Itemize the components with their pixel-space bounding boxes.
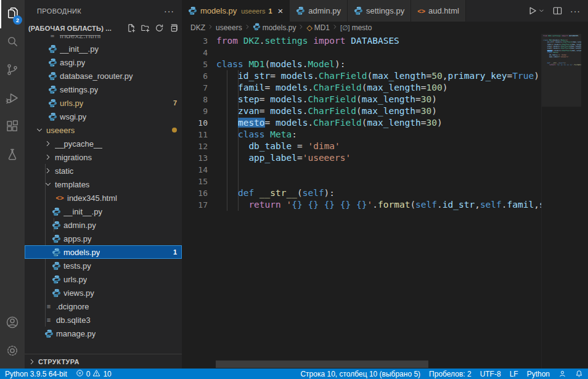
tree-item-manage.py[interactable]: manage.py	[25, 327, 182, 340]
explorer-sidebar: ПРОВОДНИК ··· (РАБОЧАЯ ОБЛАСТЬ) ... ≡ind…	[25, 0, 182, 369]
new-folder-icon[interactable]	[141, 23, 150, 34]
tree-item-wsgi.py[interactable]: wsgi.py	[25, 110, 182, 123]
tree-item-database_roouter.py[interactable]: database_roouter.py	[25, 69, 182, 83]
tab-admin.py[interactable]: admin.py	[290, 0, 348, 22]
tab-settings.py[interactable]: settings.py	[348, 0, 411, 22]
symbol-field-icon: [∅]	[340, 24, 350, 32]
activity-run-debug-button[interactable]	[0, 85, 25, 113]
code-line-content: from DKZ.settings import DATABASES	[216, 35, 399, 47]
problems-badge: 7	[173, 99, 177, 107]
tab-aud.html[interactable]: <>aud.html	[411, 0, 466, 22]
breadcrumb-label: useeers	[216, 23, 242, 32]
collapse-all-icon[interactable]	[169, 23, 178, 34]
indentation-status[interactable]: Пробелов: 2	[429, 370, 472, 378]
vertical-scrollbar[interactable]	[581, 34, 588, 369]
cursor-position-status[interactable]: Строка 10, столбец 10 (выбрано 5)	[300, 370, 420, 378]
python-file-icon	[253, 23, 261, 33]
eol-status[interactable]: LF	[510, 370, 518, 378]
tree-item-index2.html[interactable]: ≡index2.html	[25, 35, 182, 42]
minimap-slider[interactable]	[542, 34, 581, 107]
code-line-content: id_str= models.CharField(max_length=50,p…	[216, 70, 539, 82]
chevron-right-icon	[207, 23, 214, 32]
tree-item-__pycache__[interactable]: __pycache__	[25, 137, 182, 150]
outline-section-header[interactable]: СТРУКТУРА	[25, 354, 182, 369]
refresh-icon[interactable]	[155, 23, 164, 34]
close-icon[interactable]: ×	[278, 6, 284, 15]
feedback-icon[interactable]	[558, 370, 566, 378]
activity-source-control-button[interactable]	[0, 57, 25, 85]
tab-label: aud.html	[428, 6, 459, 15]
tree-item-urls.py[interactable]: urls.py	[25, 272, 182, 286]
code-line-15: 15	[182, 176, 541, 187]
new-file-icon[interactable]	[126, 23, 136, 34]
breadcrumb-item-useeers[interactable]: useeers	[216, 23, 242, 32]
breadcrumb-item-MD1[interactable]: ◇MD1	[306, 23, 330, 32]
tree-item-label: tests.py	[63, 261, 91, 271]
workspace-section-header[interactable]: (РАБОЧАЯ ОБЛАСТЬ) ...	[25, 22, 182, 35]
tree-item-apps.py[interactable]: apps.py	[25, 232, 182, 245]
line-number: 4	[182, 47, 208, 59]
tree-item-__init__.py[interactable]: __init__.py	[25, 42, 182, 55]
tab-description: useeers	[241, 7, 265, 15]
tree-item-useeers[interactable]: useeers	[25, 123, 182, 137]
tree-item-tests.py[interactable]: tests.py	[25, 259, 182, 272]
problems-status[interactable]: 0 10	[76, 369, 112, 379]
tree-item-templates[interactable]: templates	[25, 177, 182, 191]
code-editor[interactable]: 3from DKZ.settings import DATABASES45cla…	[182, 34, 588, 369]
minimap[interactable]: from DKZ.settings import DATABASESclass …	[541, 34, 581, 369]
main-area: 2 ПРОВОДНИК ··· (РАБОЧАЯ ОБЛАСТЬ) ... ≡i…	[0, 0, 588, 369]
outline-section-label: СТРУКТУРА	[38, 358, 80, 365]
tree-item-label: migrations	[55, 153, 92, 162]
sidebar-more-icon[interactable]: ···	[164, 6, 174, 16]
editor-more-actions-icon[interactable]: ···	[570, 6, 581, 16]
activity-files-button[interactable]: 2	[0, 0, 25, 28]
line-number: 8	[182, 94, 208, 105]
code-line-12: 12 db_table = 'dima'	[182, 141, 541, 152]
tree-item-settings.py[interactable]: settings.py	[25, 83, 182, 96]
line-number: 12	[182, 141, 208, 152]
bell-icon[interactable]	[575, 370, 583, 378]
interpreter-status[interactable]: Python 3.9.5 64-bit	[5, 370, 67, 378]
activity-extensions-button[interactable]	[0, 113, 25, 142]
breadcrumb-item-mesto[interactable]: [∅]mesto	[340, 23, 372, 32]
tree-item-index345.html[interactable]: <>index345.html	[25, 191, 182, 205]
tree-item-__init__.py[interactable]: __init__.py	[25, 205, 182, 218]
breadcrumb-label: DKZ	[190, 23, 205, 32]
tree-item-asgi.py[interactable]: asgi.py	[25, 55, 182, 69]
code-line-17: 17 return '{} {} {} {} {}'.format(self.i…	[182, 199, 541, 211]
breadcrumb-item-models.py[interactable]: models.py	[253, 23, 296, 33]
tree-item-views.py[interactable]: views.py	[25, 286, 182, 300]
language-mode-status[interactable]: Python	[527, 370, 550, 378]
activity-bar: 2	[0, 0, 25, 369]
line-number: 5	[182, 59, 208, 70]
activity-search-button[interactable]	[0, 28, 25, 57]
modified-dot-badge	[172, 128, 177, 132]
tab-models.py[interactable]: models.pyuseeers1×	[182, 0, 290, 22]
tree-item-models.py[interactable]: models.py1	[25, 245, 182, 259]
tree-item-.dcignore[interactable]: ≡.dcignore	[25, 300, 182, 313]
tree-item-urls.py[interactable]: urls.py7	[25, 96, 182, 110]
tree-item-migrations[interactable]: migrations	[25, 150, 182, 164]
tree-item-label: urls.py	[60, 99, 83, 108]
line-number: 6	[182, 70, 208, 82]
activity-account-button[interactable]	[0, 309, 25, 338]
activity-settings-gear-button[interactable]	[0, 338, 25, 366]
file-icon: ≡	[43, 316, 54, 324]
code-line-content: step= models.CharField(max_length=30)	[216, 94, 437, 105]
breadcrumb-item-DKZ[interactable]: DKZ	[190, 23, 205, 32]
tree-item-static[interactable]: static	[25, 164, 182, 177]
tree-item-label: useeers	[46, 126, 75, 135]
run-python-file-button[interactable]	[527, 6, 545, 16]
tree-item-label: settings.py	[60, 85, 98, 94]
tab-label: admin.py	[308, 6, 341, 15]
line-number: 13	[182, 152, 208, 164]
tree-item-db.sqlite3[interactable]: ≡db.sqlite3	[25, 313, 182, 327]
tree-item-label: templates	[55, 180, 89, 189]
breadcrumb: DKZuseeersmodels.py◇MD1[∅]mesto	[182, 22, 588, 34]
split-editor-icon[interactable]	[552, 6, 563, 16]
tree-item-admin.py[interactable]: admin.py	[25, 218, 182, 232]
chevron-right-icon	[43, 166, 53, 175]
activity-testing-button[interactable]	[0, 142, 25, 170]
encoding-status[interactable]: UTF-8	[480, 370, 501, 378]
horizontal-scrollbar[interactable]	[216, 361, 428, 368]
